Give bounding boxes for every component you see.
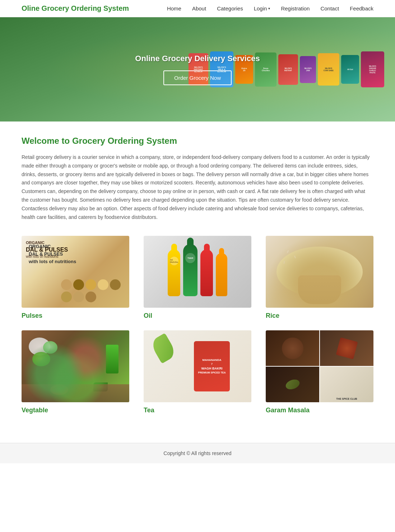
header: Oline Grocery Ordering System Home About… <box>0 0 395 17</box>
main-content: Welcome to Grocery Ordering System Retai… <box>0 121 395 443</box>
footer: Copyright © All rights reserved <box>0 443 395 463</box>
site-logo: Oline Grocery Ordering System <box>22 4 129 13</box>
category-rice: Rice <box>266 236 373 320</box>
copyright-text: Copyright © All rights reserved <box>163 450 231 456</box>
masala-image: THE SPICE CLUB <box>266 330 373 402</box>
logo-rocery: rocery <box>47 4 71 12</box>
nav-home[interactable]: Home <box>167 5 181 12</box>
logo-ystem: ystem <box>108 4 129 12</box>
oil-image: AKMahrika TEER <box>144 236 251 308</box>
category-pulses: ORGANICDAL & PULSESwith lots of nutritio… <box>22 236 129 320</box>
hero-section: NILON'SINSTANTELAICH NILON'SMILK &ELAICH… <box>0 17 395 121</box>
nav-contact[interactable]: Contact <box>320 5 339 12</box>
category-masala: THE SPICE CLUB Garam Masala <box>266 330 373 414</box>
rice-image <box>266 236 373 308</box>
hero-title: Online Grocery Delivery Services <box>135 54 260 63</box>
rice-label: Rice <box>266 312 373 320</box>
nav-registration[interactable]: Registration <box>281 5 310 12</box>
nav-categories[interactable]: Categories <box>217 5 243 12</box>
main-nav: Home About Categories Login ▾ Registrati… <box>167 5 373 12</box>
vegetable-label: Vegtable <box>22 407 129 414</box>
vegetable-image <box>22 330 129 402</box>
tea-label: Tea <box>144 407 251 414</box>
nav-about[interactable]: About <box>192 5 206 12</box>
category-grid: ORGANICDAL & PULSESwith lots of nutritio… <box>22 236 373 414</box>
category-tea: MAHANANDA 7 WAGH BAKRI PREMIUM SPICED TE… <box>144 330 251 414</box>
welcome-title: Welcome to Grocery Ordering System <box>22 136 373 146</box>
logo-o2: O <box>71 4 77 12</box>
pulses-image: ORGANICDAL & PULSESwith lots of nutritio… <box>22 236 129 308</box>
logo-g: G <box>42 4 47 12</box>
logo-line: line <box>27 4 42 12</box>
nav-feedback[interactable]: Feedback <box>350 5 373 12</box>
category-oil: AKMahrika TEER Oil <box>144 236 251 320</box>
logo-s: S <box>103 4 108 12</box>
masala-label: Garam Masala <box>266 407 373 414</box>
logo-o1: O <box>22 4 27 12</box>
category-vegetable: Vegtable <box>22 330 129 414</box>
nav-login[interactable]: Login ▾ <box>254 5 270 12</box>
tea-image: MAHANANDA 7 WAGH BAKRI PREMIUM SPICED TE… <box>144 330 251 402</box>
chevron-down-icon: ▾ <box>268 6 270 10</box>
order-now-button[interactable]: Order Grocery Now <box>163 70 232 85</box>
hero-content: Online Grocery Delivery Services Order G… <box>135 54 260 85</box>
description-text: Retail grocery delivery is a courier ser… <box>22 153 373 221</box>
oil-label: Oil <box>144 312 251 320</box>
pulses-label: Pulses <box>22 312 129 320</box>
logo-rdering: rdering <box>76 4 103 12</box>
